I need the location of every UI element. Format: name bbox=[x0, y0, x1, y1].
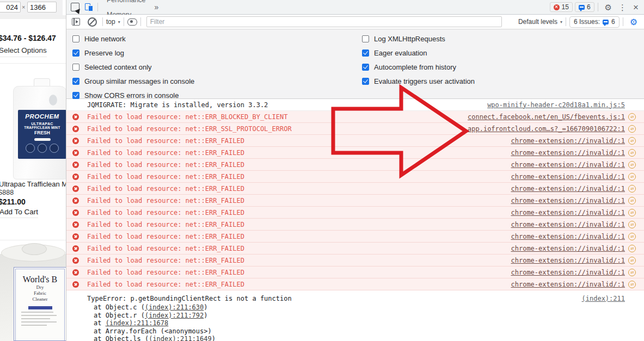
pail-label-line: Dry bbox=[16, 284, 64, 290]
console-message-row: Failed to load resource: net::ERR_FAILED… bbox=[66, 195, 644, 207]
add-to-cart-link[interactable]: Add To Cart bbox=[0, 208, 38, 218]
settings-checkbox-row[interactable]: Eager evaluation bbox=[362, 46, 475, 60]
close-devtools-icon[interactable]: × bbox=[630, 0, 644, 15]
console-message-text: Failed to load resource: net::ERR_SSL_PR… bbox=[87, 125, 292, 133]
stack-frame-link[interactable]: (index):211:630 bbox=[145, 303, 204, 311]
settings-checkbox-row[interactable]: Group similar messages in console bbox=[72, 74, 194, 88]
source-location-link[interactable]: chrome-extension://invalid/:1 bbox=[511, 269, 625, 276]
request-arrows-icon[interactable]: ↓↑ bbox=[628, 161, 636, 169]
source-location-link[interactable]: chrome-extension://invalid/:1 bbox=[511, 281, 625, 288]
checkbox[interactable] bbox=[72, 78, 79, 85]
source-location-link[interactable]: chrome-extension://invalid/:1 bbox=[511, 185, 625, 193]
label-line: ULTRAPAC bbox=[18, 122, 66, 126]
console-message-text: Failed to load resource: net::ERR_FAILED bbox=[87, 173, 244, 181]
tab-label: Performance bbox=[107, 0, 146, 7]
source-location-link[interactable]: connect.facebook.net/en_US/fbevents.js:1 bbox=[468, 113, 625, 121]
product-image-worlds-best[interactable]: World's B Dry Fabric Cleaner bbox=[0, 243, 66, 341]
source-location-link[interactable]: chrome-extension://invalid/:1 bbox=[511, 257, 625, 264]
request-arrows-icon[interactable]: ↓↑ bbox=[628, 257, 636, 264]
request-arrows-icon[interactable]: ↓↑ bbox=[628, 245, 636, 252]
exception-source-link[interactable]: (index):211 bbox=[582, 295, 625, 302]
checkbox[interactable] bbox=[72, 92, 79, 99]
label-icon-row bbox=[18, 144, 66, 153]
log-levels-selector[interactable]: Default levels ▾ bbox=[518, 18, 562, 26]
settings-checkbox-row[interactable]: Preserve log bbox=[72, 46, 194, 60]
console-message-text: Failed to load resource: net::ERR_FAILED bbox=[87, 149, 244, 157]
request-arrows-icon[interactable]: ↓↑ bbox=[628, 185, 636, 193]
checkbox[interactable] bbox=[72, 49, 79, 57]
request-arrows-icon[interactable]: ↓↑ bbox=[628, 233, 636, 240]
checkbox[interactable] bbox=[362, 49, 369, 57]
checkbox[interactable] bbox=[72, 35, 79, 42]
live-expression-eye-icon[interactable] bbox=[127, 18, 137, 26]
stack-frame-link[interactable]: (index):211:792 bbox=[145, 312, 204, 319]
error-icon bbox=[72, 126, 79, 132]
product-sku: S888 bbox=[0, 189, 14, 196]
settings-checkbox-row[interactable]: Log XMLHttpRequests bbox=[362, 32, 475, 46]
source-location-link[interactable]: app.iofrontcloud.com…s?_=1667090106722:1 bbox=[468, 125, 625, 133]
request-arrows-icon[interactable]: ↓↑ bbox=[628, 221, 636, 228]
console-settings-gear-icon[interactable]: ⚙ bbox=[627, 15, 639, 29]
checkbox[interactable] bbox=[362, 78, 369, 85]
page-top-strip bbox=[0, 15, 66, 19]
request-arrows-icon[interactable]: ↓↑ bbox=[628, 269, 636, 276]
brand-text: PROCHEM bbox=[18, 113, 66, 120]
error-icon bbox=[72, 173, 79, 180]
viewport-width-input[interactable] bbox=[0, 2, 21, 13]
request-arrows-icon[interactable]: ↓↑ bbox=[628, 197, 636, 204]
context-selector[interactable]: top ▾ bbox=[106, 18, 120, 26]
request-arrows-icon[interactable]: ↓↑ bbox=[628, 209, 636, 216]
source-location-link[interactable]: chrome-extension://invalid/:1 bbox=[511, 209, 625, 216]
card-divider bbox=[0, 240, 66, 240]
stack-frame-link[interactable]: (index):211:1649 bbox=[149, 335, 212, 341]
product-image-prochem[interactable]: PROCHEM ULTRAPAC TRAFFICLEAN MINT FRESH bbox=[0, 76, 66, 181]
settings-checkbox-row[interactable]: Hide network bbox=[72, 32, 194, 46]
source-location-link[interactable]: chrome-extension://invalid/:1 bbox=[511, 137, 625, 145]
filter-input[interactable] bbox=[146, 16, 502, 27]
select-options-link[interactable]: Select Options bbox=[0, 46, 47, 57]
source-location-link[interactable]: chrome-extension://invalid/:1 bbox=[511, 161, 625, 169]
source-location-link[interactable]: chrome-extension://invalid/:1 bbox=[511, 197, 625, 204]
console-message-text: Failed to load resource: net::ERR_FAILED bbox=[87, 209, 244, 216]
issues-button[interactable]: 6 Issues: 6 bbox=[569, 16, 620, 28]
checkbox[interactable] bbox=[362, 35, 369, 42]
price-range-text: $34.76 - $126.47 bbox=[0, 34, 56, 42]
request-arrows-icon[interactable]: ↓↑ bbox=[628, 137, 636, 145]
settings-checkbox-row[interactable]: Evaluate triggers user activation bbox=[362, 74, 475, 88]
clear-console-icon[interactable] bbox=[88, 17, 97, 27]
checkbox[interactable] bbox=[72, 64, 79, 71]
pail-label-inner: World's B Dry Fabric Cleaner bbox=[15, 269, 65, 340]
checkbox[interactable] bbox=[362, 64, 369, 71]
source-location-link[interactable]: chrome-extension://invalid/:1 bbox=[511, 149, 625, 157]
error-icon bbox=[72, 185, 79, 192]
viewport-height-input[interactable] bbox=[27, 2, 57, 13]
request-arrows-icon[interactable]: ↓↑ bbox=[628, 149, 636, 157]
request-arrows-icon[interactable]: ↓↑ bbox=[628, 173, 636, 181]
exception-message-text: TypeError: p.getBoundingClientRect is no… bbox=[87, 295, 292, 302]
request-arrows-icon[interactable]: ↓↑ bbox=[628, 113, 636, 121]
request-arrows-icon[interactable]: ↓↑ bbox=[628, 125, 636, 133]
inspect-element-icon[interactable] bbox=[71, 3, 79, 11]
console-sidebar-toggle-icon[interactable] bbox=[72, 18, 80, 26]
message-count-badge[interactable]: 6 bbox=[575, 2, 594, 12]
error-count-badge[interactable]: 15 bbox=[550, 2, 573, 12]
stack-frame-link[interactable]: (index):211:1678 bbox=[106, 319, 169, 327]
error-icon bbox=[72, 245, 79, 252]
source-location-link[interactable]: chrome-extension://invalid/:1 bbox=[511, 245, 625, 252]
more-tabs-chevron[interactable]: » bbox=[151, 3, 162, 11]
error-icon bbox=[72, 150, 79, 156]
product-name-link[interactable]: Ultrapac Trafficlean M bbox=[0, 180, 66, 188]
settings-gear-icon[interactable]: ⚙ bbox=[602, 0, 615, 15]
context-selector-label: top bbox=[106, 18, 115, 26]
source-location-link[interactable]: wpo-minify-header-c20d18a1.min.js:5 bbox=[487, 101, 625, 109]
kebab-menu-icon[interactable]: ⋮ bbox=[615, 0, 630, 15]
request-arrows-icon[interactable]: ↓↑ bbox=[628, 281, 636, 288]
divider bbox=[566, 17, 566, 26]
settings-checkbox-row[interactable]: Autocomplete from history bbox=[362, 60, 475, 74]
device-toolbar-toggle-icon[interactable] bbox=[85, 3, 93, 11]
source-location-link[interactable]: chrome-extension://invalid/:1 bbox=[511, 221, 625, 228]
source-location-link[interactable]: chrome-extension://invalid/:1 bbox=[511, 233, 625, 240]
settings-checkbox-row[interactable]: Selected context only bbox=[72, 60, 194, 74]
source-location-link[interactable]: chrome-extension://invalid/:1 bbox=[511, 173, 625, 181]
devtools-tab[interactable]: Performance bbox=[101, 0, 151, 7]
